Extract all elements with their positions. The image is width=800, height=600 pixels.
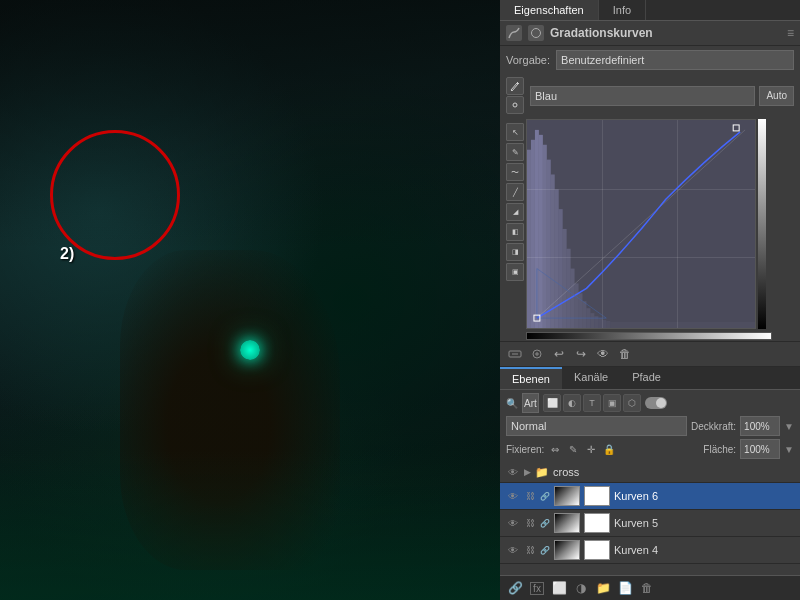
search-row: 🔍 Art ⬜ ◐ T ▣ ⬡: [506, 393, 794, 413]
eyedropper-black[interactable]: ◢: [506, 203, 524, 221]
filter-adjust[interactable]: ◐: [563, 394, 581, 412]
mode-select[interactable]: Normal: [506, 416, 687, 436]
smooth-tool[interactable]: 〜: [506, 163, 524, 181]
sample-tool[interactable]: ▣: [506, 263, 524, 281]
mode-row: Normal Deckkraft: ▼: [506, 416, 794, 436]
fix-icon-position[interactable]: ✛: [584, 442, 598, 456]
mask-thumb-kurven6: [584, 486, 610, 506]
point-tool[interactable]: [506, 96, 524, 114]
filter-pixel[interactable]: ⬜: [543, 394, 561, 412]
line-tool[interactable]: ╱: [506, 183, 524, 201]
eye-icon-kurven5[interactable]: 👁: [506, 516, 520, 530]
fix-icon-move[interactable]: ⇔: [548, 442, 562, 456]
tab-pfade[interactable]: Pfade: [620, 367, 673, 389]
eyedropper-white[interactable]: ◨: [506, 243, 524, 261]
channel-row: Blau Auto: [500, 74, 800, 117]
curves-left-tools: ↖ ✎ 〜 ╱ ◢ ◧ ◨ ▣: [506, 119, 526, 329]
pencil-tool[interactable]: [506, 77, 524, 95]
curves-tool-5[interactable]: 👁: [594, 345, 612, 363]
eye-icon-kurven4[interactable]: 👁: [506, 543, 520, 557]
layer-name-kurven4: Kurven 4: [614, 544, 794, 556]
group-icon-btn[interactable]: 📁: [594, 579, 612, 597]
curves-tool-4[interactable]: ↪: [572, 345, 590, 363]
fill-input[interactable]: [740, 439, 780, 459]
thumb-kurven5: [554, 513, 580, 533]
opacity-dropdown[interactable]: ▼: [784, 421, 794, 432]
bottom-gradient-bar: [526, 332, 772, 340]
delete-layer-icon[interactable]: 🗑: [638, 579, 656, 597]
link-icon-kurven5[interactable]: ⛓: [524, 516, 536, 530]
filter-select[interactable]: Art: [522, 393, 539, 413]
fix-icon-lock[interactable]: 🔒: [602, 442, 616, 456]
fix-icon-brush[interactable]: ✎: [566, 442, 580, 456]
layer-name-kurven5: Kurven 5: [614, 517, 794, 529]
canvas-area: 2): [0, 0, 500, 600]
filter-text[interactable]: T: [583, 394, 601, 412]
link-icon-kurven6[interactable]: ⛓: [524, 489, 536, 503]
mask-thumb-kurven4: [584, 540, 610, 560]
props-title: Gradationskurven: [550, 26, 653, 40]
layer-group-cross[interactable]: 👁 ▶ 📁 cross: [500, 462, 800, 483]
panel-tabs: Eigenschaften Info: [500, 0, 800, 21]
mask-icon[interactable]: ⬜: [550, 579, 568, 597]
curves-tool-1[interactable]: [506, 345, 524, 363]
filter-icons: ⬜ ◐ T ▣ ⬡: [543, 394, 641, 412]
curves-tool-6[interactable]: 🗑: [616, 345, 634, 363]
curves-tool-2[interactable]: [528, 345, 546, 363]
svg-rect-27: [733, 125, 739, 131]
eye-icon-kurven6[interactable]: 👁: [506, 489, 520, 503]
filter-shape[interactable]: ▣: [603, 394, 621, 412]
chain-icon-kurven6[interactable]: 🔗: [540, 489, 550, 503]
mask-thumb-kurven5: [584, 513, 610, 533]
curve-svg: [527, 120, 755, 328]
fix-row: Fixieren: ⇔ ✎ ✛ 🔒 Fläche: ▼: [506, 439, 794, 459]
adjustment-icon[interactable]: ◑: [572, 579, 590, 597]
layers-section: Ebenen Kanäle Pfade 🔍 Art ⬜ ◐ T ▣ ⬡: [500, 367, 800, 600]
group-name: cross: [553, 466, 794, 478]
eye-icon-group[interactable]: 👁: [506, 465, 520, 479]
tool-icons-col: [506, 77, 524, 114]
search-icon: 🔍: [506, 398, 518, 409]
curves-graph[interactable]: ← 1): [526, 119, 756, 329]
chain-icon-kurven5[interactable]: 🔗: [540, 516, 550, 530]
filter-smart[interactable]: ⬡: [623, 394, 641, 412]
new-layer-icon[interactable]: 📄: [616, 579, 634, 597]
fill-label: Fläche:: [703, 444, 736, 455]
layer-item-kurven5[interactable]: 👁 ⛓ 🔗 Kurven 5: [500, 510, 800, 537]
add-point-tool[interactable]: ✎: [506, 143, 524, 161]
group-arrow[interactable]: ▶: [524, 467, 531, 477]
tab-kanaele[interactable]: Kanäle: [562, 367, 620, 389]
vorgabe-label: Vorgabe:: [506, 54, 550, 66]
annotation-circle-2: [50, 130, 180, 260]
tab-info[interactable]: Info: [599, 0, 646, 20]
opacity-input[interactable]: [740, 416, 780, 436]
vorgabe-select[interactable]: Benutzerdefiniert: [556, 50, 794, 70]
link-layers-icon[interactable]: 🔗: [506, 579, 524, 597]
layer-item-kurven6[interactable]: 👁 ⛓ 🔗 Kurven 6: [500, 483, 800, 510]
layer-controls: 🔍 Art ⬜ ◐ T ▣ ⬡ Normal: [500, 390, 800, 462]
thumb-kurven6: [554, 486, 580, 506]
tab-eigenschaften[interactable]: Eigenschaften: [500, 0, 599, 20]
glow-orb: [240, 340, 260, 360]
tab-ebenen[interactable]: Ebenen: [500, 367, 562, 389]
filter-toggle[interactable]: [645, 397, 667, 409]
close-button[interactable]: ≡: [787, 26, 794, 40]
pointer-tool[interactable]: ↖: [506, 123, 524, 141]
ground-glow: [0, 450, 500, 600]
channel-select[interactable]: Blau: [530, 86, 755, 106]
link-icon-kurven4[interactable]: ⛓: [524, 543, 536, 557]
curves-tool-3[interactable]: ↩: [550, 345, 568, 363]
svg-line-26: [537, 269, 606, 319]
fix-label: Fixieren:: [506, 444, 544, 455]
layer-name-kurven6: Kurven 6: [614, 490, 794, 502]
layer-item-kurven4[interactable]: 👁 ⛓ 🔗 Kurven 4: [500, 537, 800, 564]
fill-dropdown[interactable]: ▼: [784, 444, 794, 455]
eyedropper-gray[interactable]: ◧: [506, 223, 524, 241]
chain-icon-kurven4[interactable]: 🔗: [540, 543, 550, 557]
thumb-kurven4: [554, 540, 580, 560]
fx-icon[interactable]: fx: [528, 579, 546, 597]
curves-wrapper: ↖ ✎ 〜 ╱ ◢ ◧ ◨ ▣: [500, 117, 800, 331]
annotation-label-2: 2): [60, 245, 74, 263]
layers-tabs: Ebenen Kanäle Pfade: [500, 367, 800, 390]
auto-button[interactable]: Auto: [759, 86, 794, 106]
